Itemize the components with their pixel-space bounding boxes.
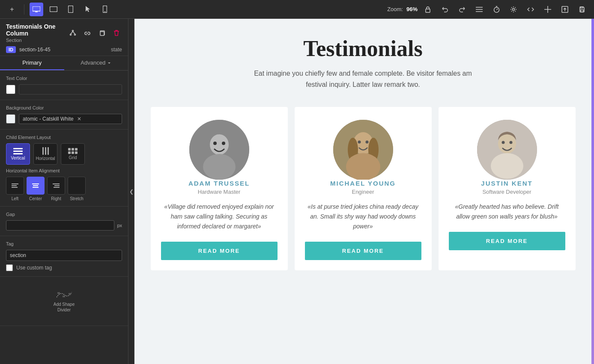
read-more-btn-2[interactable]: READ MORE (305, 242, 421, 260)
redo-tool[interactable] (455, 3, 469, 16)
panel-section-title: Testimonials One Column (6, 23, 67, 37)
svg-point-23 (75, 34, 76, 36)
align-right-label: Right (47, 196, 65, 201)
person-title-1: Hardware Master (198, 189, 241, 195)
add-shape-divider-btn[interactable]: Add Shape Divider (47, 284, 81, 318)
custom-tag-checkbox[interactable] (6, 264, 13, 271)
person-name-2: MICHAEL YOUNG (330, 180, 396, 187)
gap-section: Gap px (0, 207, 128, 236)
duplicate-icon[interactable] (96, 27, 107, 38)
svg-rect-28 (63, 296, 65, 297)
canvas-area: Testimonials Eat imagine you chiefly few… (134, 19, 591, 364)
link-icon[interactable] (82, 27, 93, 38)
tag-section: Tag section div article main aside Use c… (0, 236, 128, 277)
svg-point-21 (72, 30, 74, 32)
id-value: section-16-45 (19, 47, 51, 53)
svg-point-14 (513, 8, 515, 10)
tab-primary[interactable]: Primary (0, 56, 64, 70)
align-center[interactable] (27, 177, 45, 195)
background-color-section: Background Color atomic - Catskill White… (0, 100, 128, 130)
left-panel: Testimonials One Column Section (0, 19, 128, 364)
testimonial-quote-3: «Greatly hearted has who believe. Drift … (449, 202, 565, 222)
gap-unit: px (117, 223, 122, 228)
add-tool[interactable]: + (5, 3, 19, 16)
text-color-swatch[interactable] (6, 85, 15, 94)
cursor-tool[interactable] (81, 3, 95, 16)
layout-grid[interactable]: Grid (61, 143, 85, 165)
tab-advanced[interactable]: Advanced (64, 56, 128, 70)
tablet-portrait-tool[interactable] (64, 3, 78, 16)
align-center-label: Center (27, 196, 45, 201)
svg-point-33 (213, 142, 217, 145)
bg-color-label: Background Color (6, 105, 122, 110)
mobile-tool[interactable] (98, 3, 112, 16)
export-tool[interactable] (558, 3, 572, 16)
testimonial-quote-1: «Village did removed enjoyed explain nor… (161, 202, 278, 231)
tag-label: Tag (6, 241, 122, 246)
svg-rect-1 (35, 12, 38, 12)
list-tool[interactable] (472, 3, 486, 16)
tag-select[interactable]: section div article main aside (6, 250, 122, 261)
svg-line-24 (71, 32, 73, 34)
layout-horizontal-label: Horizontal (36, 156, 55, 161)
gear-tool[interactable] (507, 3, 520, 16)
id-badge: ID (6, 46, 16, 53)
align-left-label: Left (6, 196, 24, 201)
testimonials-section: Testimonials Eat imagine you chiefly few… (147, 36, 579, 270)
bg-color-swatch[interactable] (6, 114, 15, 124)
text-color-input[interactable] (19, 84, 122, 95)
svg-point-39 (346, 153, 380, 180)
avatar-3 (477, 120, 537, 180)
child-layout-label: Child Element Layout (6, 135, 122, 140)
section-subtext: Eat imagine you chiefly few and female c… (252, 68, 475, 90)
align-left[interactable] (6, 177, 24, 195)
bg-color-remove[interactable]: ✕ (77, 116, 81, 122)
person-name-1: ADAM TRUSSEL (188, 180, 250, 187)
text-color-label: Text Color (6, 76, 122, 81)
svg-point-46 (509, 141, 512, 144)
svg-point-41 (365, 141, 368, 144)
svg-point-34 (222, 142, 225, 145)
layout-horizontal[interactable]: Horizontal (33, 143, 57, 165)
delete-icon[interactable] (111, 27, 122, 38)
read-more-btn-1[interactable]: READ MORE (161, 242, 278, 260)
panel-collapse-btn[interactable]: ❮ (128, 19, 134, 364)
panel-section-type: Section (6, 38, 67, 43)
toolbar: + Zoom: 96% (0, 0, 594, 19)
avatar-2 (333, 120, 393, 180)
testimonial-cards: ADAM TRUSSEL Hardware Master «Village di… (147, 107, 579, 270)
zoom-label: Zoom: (387, 6, 403, 12)
svg-line-25 (73, 32, 75, 34)
undo-tool[interactable] (438, 3, 452, 16)
main-layout: Testimonials One Column Section (0, 19, 594, 364)
testimonial-card-3: JUSTIN KENT Software Developer «Greatly … (439, 107, 576, 270)
testimonial-card-1: ADAM TRUSSEL Hardware Master «Village di… (151, 107, 288, 270)
testimonial-card-2: MICHAEL YOUNG Engineer «Is at purse trie… (295, 107, 432, 270)
plus-grid-tool[interactable] (541, 3, 555, 16)
align-stretch-label: Stretch (68, 196, 86, 201)
read-more-btn-3[interactable]: READ MORE (449, 232, 565, 250)
state-label: state (111, 47, 122, 53)
child-layout-section: Child Element Layout Vertical Horizontal… (0, 130, 128, 207)
layout-vertical-label: Vertical (11, 156, 25, 160)
gap-label: Gap (6, 212, 122, 217)
tablet-landscape-tool[interactable] (47, 3, 60, 16)
code-tool[interactable] (524, 3, 537, 16)
layout-grid-label: Grid (69, 155, 77, 160)
hierarchy-icon[interactable] (67, 27, 78, 38)
desktop-view-tool[interactable] (30, 3, 43, 16)
text-color-section: Text Color (0, 71, 128, 100)
align-right[interactable] (47, 177, 65, 195)
timer-tool[interactable] (490, 3, 503, 16)
bg-color-value: atomic - Catskill White (23, 116, 74, 122)
align-stretch[interactable] (68, 177, 86, 195)
svg-rect-6 (426, 9, 430, 12)
svg-rect-19 (581, 10, 583, 12)
canvas-content: Testimonials Eat imagine you chiefly few… (134, 19, 591, 364)
gap-input[interactable] (6, 220, 114, 231)
svg-point-44 (491, 153, 523, 179)
lock-tool[interactable] (421, 3, 435, 16)
section-heading: Testimonials (147, 36, 579, 61)
layout-vertical[interactable]: Vertical (6, 143, 30, 165)
save-tool[interactable] (575, 3, 589, 16)
